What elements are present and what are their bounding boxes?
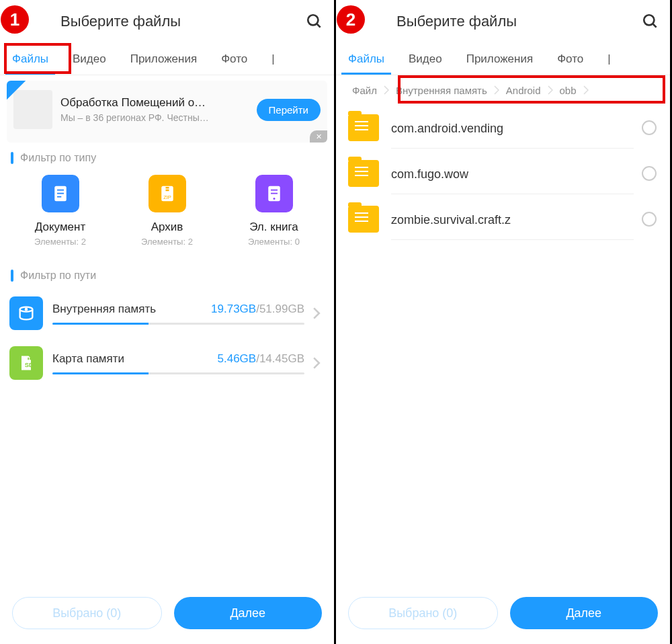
svg-text:SD: SD xyxy=(25,362,34,368)
footer: Выбрано (0) Далее xyxy=(0,588,334,644)
tab-photo[interactable]: Фото xyxy=(545,43,595,75)
tab-files[interactable]: Файлы xyxy=(336,43,396,75)
svg-point-13 xyxy=(273,198,275,200)
screen-2: 2 Выберите файлы Файлы Видео Приложения … xyxy=(336,0,672,644)
storage-bar xyxy=(52,323,304,325)
crumb-obb[interactable]: obb xyxy=(553,80,583,100)
section-filter-path: Фильтр по пути xyxy=(0,260,334,288)
tab-video[interactable]: Видео xyxy=(60,43,118,75)
storage-sdcard[interactable]: SD Карта памяти 5.46GB/14.45GB xyxy=(0,338,334,388)
next-button[interactable]: Далее xyxy=(510,597,659,629)
storage-info: Внутренняя память 19.73GB/51.99GB xyxy=(52,303,304,325)
page-title: Выберите файлы xyxy=(60,13,306,30)
step-badge-1: 1 xyxy=(1,5,29,34)
header: Выберите файлы xyxy=(0,0,334,43)
ebook-icon xyxy=(255,175,293,212)
tabs: Файлы Видео Приложения Фото | xyxy=(336,43,670,75)
svg-rect-4 xyxy=(57,193,64,194)
type-filter-row: Документ Элементы: 2 ZIP Архив Элементы:… xyxy=(0,171,334,260)
storage-total: /14.45GB xyxy=(256,352,304,366)
svg-line-20 xyxy=(653,24,656,27)
type-archive[interactable]: ZIP Архив Элементы: 2 xyxy=(120,175,214,247)
ad-card[interactable]: Обработка Помещений о… Мы – в 36 региона… xyxy=(7,81,327,143)
folder-name: zombie.survival.craft.z xyxy=(391,210,634,240)
folder-row[interactable]: com.android.vending xyxy=(336,105,670,151)
selected-count-button[interactable]: Выбрано (0) xyxy=(12,597,162,629)
search-icon[interactable] xyxy=(642,13,659,30)
section-filter-type: Фильтр по типу xyxy=(0,143,334,171)
chevron-right-icon xyxy=(384,85,389,95)
footer: Выбрано (0) Далее xyxy=(336,588,670,644)
header: Выберите файлы xyxy=(336,0,670,43)
svg-point-15 xyxy=(26,309,27,310)
crumb-android[interactable]: Android xyxy=(499,80,548,100)
screen-1: 1 Выберите файлы Файлы Видео Приложения … xyxy=(0,0,336,644)
svg-point-19 xyxy=(644,15,654,25)
step-badge-2: 2 xyxy=(337,5,365,34)
tab-more[interactable]: | xyxy=(595,43,622,75)
tab-apps[interactable]: Приложения xyxy=(118,43,209,75)
svg-rect-5 xyxy=(57,196,61,198)
svg-rect-12 xyxy=(271,193,278,194)
ad-thumbnail xyxy=(13,90,52,129)
storage-used: 5.46GB xyxy=(218,352,257,366)
storage-info: Карта памяти 5.46GB/14.45GB xyxy=(52,352,304,374)
folder-icon xyxy=(348,206,379,233)
svg-rect-3 xyxy=(57,190,64,191)
svg-rect-7 xyxy=(165,187,169,189)
svg-point-0 xyxy=(308,15,318,25)
type-label: Документ xyxy=(13,220,108,234)
ad-text: Обработка Помещений о… Мы – в 36 региона… xyxy=(60,96,251,123)
folder-icon xyxy=(348,160,379,187)
type-document[interactable]: Документ Элементы: 2 xyxy=(13,175,108,247)
chevron-right-icon xyxy=(548,85,553,95)
storage-used: 19.73GB xyxy=(211,303,256,316)
search-icon[interactable] xyxy=(306,13,323,30)
svg-text:ZIP: ZIP xyxy=(163,194,171,200)
tab-more[interactable]: | xyxy=(259,43,286,75)
tab-photo[interactable]: Фото xyxy=(209,43,259,75)
select-radio[interactable] xyxy=(642,212,657,227)
svg-rect-17 xyxy=(28,358,29,360)
crumb-root[interactable]: Файл xyxy=(345,80,384,100)
document-icon xyxy=(42,175,79,212)
folder-name: com.android.vending xyxy=(391,119,634,149)
type-count: Элементы: 0 xyxy=(227,237,321,247)
folder-row[interactable]: zombie.survival.craft.z xyxy=(336,196,670,242)
ad-subtitle: Мы – в 36 регионах РФ. Честны… xyxy=(60,112,251,123)
select-radio[interactable] xyxy=(642,120,657,135)
chevron-right-icon xyxy=(312,357,321,369)
selected-count-button[interactable]: Выбрано (0) xyxy=(348,597,498,629)
chevron-right-icon xyxy=(583,85,589,95)
disk-icon xyxy=(9,296,43,330)
breadcrumb: Файл Внутренняя память Android obb xyxy=(336,75,670,105)
tab-apps[interactable]: Приложения xyxy=(454,43,545,75)
type-ebook[interactable]: Эл. книга Элементы: 0 xyxy=(227,175,321,247)
svg-line-1 xyxy=(317,24,320,27)
storage-bar xyxy=(52,372,304,374)
ad-title: Обработка Помещений о… xyxy=(60,96,251,110)
page-title: Выберите файлы xyxy=(396,13,642,30)
select-radio[interactable] xyxy=(642,166,657,181)
ad-go-button[interactable]: Перейти xyxy=(257,99,321,121)
tab-files[interactable]: Файлы xyxy=(0,43,60,75)
chevron-right-icon xyxy=(494,85,499,95)
storage-name: Внутренняя память xyxy=(52,303,156,316)
crumb-internal[interactable]: Внутренняя память xyxy=(389,80,494,100)
ad-close-icon[interactable]: ✕ xyxy=(310,130,327,143)
svg-rect-18 xyxy=(30,358,31,360)
type-count: Элементы: 2 xyxy=(120,237,214,247)
folder-icon xyxy=(348,114,379,141)
folder-row[interactable]: com.fugo.wow xyxy=(336,151,670,196)
storage-name: Карта памяти xyxy=(52,352,124,366)
tabs: Файлы Видео Приложения Фото | xyxy=(0,43,334,75)
type-label: Архив xyxy=(120,220,214,234)
storage-total: /51.99GB xyxy=(256,303,304,316)
storage-internal[interactable]: Внутренняя память 19.73GB/51.99GB xyxy=(0,288,334,338)
next-button[interactable]: Далее xyxy=(174,597,323,629)
chevron-right-icon xyxy=(312,307,321,319)
sdcard-icon: SD xyxy=(9,346,43,380)
folder-name: com.fugo.wow xyxy=(391,165,634,194)
archive-icon: ZIP xyxy=(149,175,186,212)
tab-video[interactable]: Видео xyxy=(396,43,454,75)
